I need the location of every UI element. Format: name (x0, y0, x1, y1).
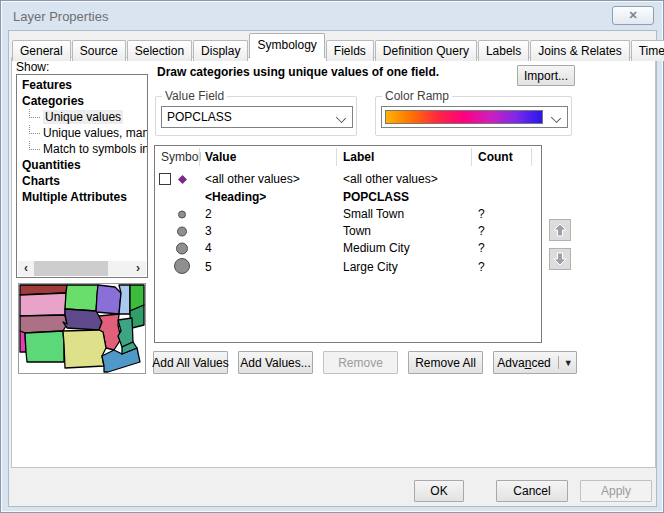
unique-values-table: Symbol Value Label Count <all other valu… (154, 145, 542, 343)
column-header-value[interactable]: Value (205, 150, 236, 164)
column-header-count[interactable]: Count (478, 150, 513, 164)
move-value-up-button[interactable] (549, 219, 571, 241)
tab-display[interactable]: Display (193, 40, 248, 61)
value-cell: 5 (205, 260, 212, 274)
scroll-left-icon[interactable]: ‹ (18, 261, 34, 276)
tree-connector-icon (29, 109, 40, 118)
column-divider (336, 148, 337, 166)
color-ramp-swatch (385, 110, 543, 124)
import-button[interactable]: Import... (517, 65, 575, 86)
label-cell: Large City (343, 260, 398, 274)
table-row-medium-city[interactable]: 4 Medium City ? (155, 240, 541, 257)
value-cell: <all other values> (205, 172, 300, 186)
tab-general[interactable]: General (12, 40, 71, 61)
remove-all-button[interactable]: Remove All (408, 351, 483, 374)
advanced-button[interactable]: Advanced ▼ (493, 351, 577, 374)
add-all-values-button[interactable]: Add All Values (153, 351, 228, 374)
tree-item-features[interactable]: Features (17, 77, 147, 93)
point-symbol-swatch[interactable] (177, 174, 188, 185)
value-field-group: Value Field POPCLASS (155, 96, 357, 136)
renderer-tree: Features Categories Unique values Unique… (16, 74, 148, 278)
tab-labels[interactable]: Labels (478, 40, 529, 61)
table-row-small-town[interactable]: 2 Small Town ? (155, 206, 541, 223)
label-cell: Town (343, 224, 371, 238)
table-row-heading[interactable]: <Heading> POPCLASS (155, 189, 541, 206)
tree-item-match-symbols[interactable]: Match to symbols in a (17, 141, 147, 157)
value-field-selected: POPCLASS (167, 110, 232, 124)
label-cell: POPCLASS (343, 190, 409, 204)
layer-preview-map (18, 283, 146, 374)
arrow-down-icon (552, 251, 568, 267)
chevron-down-icon[interactable] (337, 114, 345, 122)
table-row-all-other-values[interactable]: <all other values> <all other values> (155, 171, 541, 189)
count-cell: ? (478, 260, 485, 274)
remove-button[interactable]: Remove (323, 351, 398, 374)
table-row-large-city[interactable]: 5 Large City ? (155, 257, 541, 276)
count-cell: ? (478, 207, 485, 221)
layer-properties-dialog: Layer Properties ✕ GeneralSourceSelectio… (0, 0, 664, 513)
apply-button[interactable]: Apply (580, 480, 652, 502)
close-button[interactable]: ✕ (612, 6, 654, 25)
close-icon: ✕ (628, 9, 637, 21)
point-symbol-swatch[interactable] (173, 257, 191, 275)
ok-button[interactable]: OK (414, 480, 464, 502)
move-value-down-button[interactable] (549, 248, 571, 270)
table-header-row: Symbol Value Label Count (155, 146, 541, 169)
point-symbol-swatch[interactable] (173, 206, 191, 223)
tab-joins-relates[interactable]: Joins & Relates (530, 40, 629, 61)
preview-map-image (19, 284, 145, 373)
tree-item-unique-values[interactable]: Unique values (17, 109, 147, 125)
point-symbol-swatch[interactable] (173, 223, 191, 240)
value-field-dropdown[interactable]: POPCLASS (161, 106, 353, 128)
point-symbol-swatch[interactable] (173, 240, 191, 257)
tree-item-categories[interactable]: Categories (17, 93, 147, 109)
tab-symbology[interactable]: Symbology (249, 33, 324, 58)
tree-item-quantities[interactable]: Quantities (17, 157, 147, 173)
scroll-right-icon[interactable]: › (130, 261, 146, 276)
scrollbar-thumb[interactable] (34, 261, 108, 276)
column-header-symbol[interactable]: Symbol (161, 150, 201, 164)
label-cell: Medium City (343, 241, 410, 255)
column-divider (471, 148, 472, 166)
symbology-tab-page: Show: Features Categories Unique values … (11, 57, 656, 468)
tab-fields[interactable]: Fields (326, 40, 374, 61)
tree-connector-icon (29, 141, 40, 150)
column-header-label[interactable]: Label (343, 150, 374, 164)
dropdown-arrow-icon[interactable]: ▼ (564, 358, 573, 368)
table-row-town[interactable]: 3 Town ? (155, 223, 541, 240)
value-cell: 4 (205, 241, 212, 255)
title-bar[interactable]: Layer Properties ✕ (1, 1, 663, 31)
color-ramp-group: Color Ramp (375, 96, 572, 136)
tab-source[interactable]: Source (72, 40, 126, 61)
color-ramp-dropdown[interactable] (381, 106, 568, 128)
column-divider (199, 148, 200, 166)
cancel-button[interactable]: Cancel (496, 480, 568, 502)
tree-item-unique-values-many[interactable]: Unique values, many (17, 125, 147, 141)
label-cell: <all other values> (343, 172, 438, 186)
arrow-up-icon (552, 222, 568, 238)
tab-definition-query[interactable]: Definition Query (375, 40, 477, 61)
chevron-down-icon[interactable] (552, 114, 560, 122)
count-cell: ? (478, 241, 485, 255)
tree-connector-icon (29, 125, 40, 134)
all-other-values-checkbox[interactable] (159, 173, 171, 185)
tree-item-multiple-attributes[interactable]: Multiple Attributes (17, 189, 147, 205)
tree-item-charts[interactable]: Charts (17, 173, 147, 189)
value-field-label: Value Field (162, 89, 227, 103)
value-cell: <Heading> (205, 190, 266, 204)
add-values-button[interactable]: Add Values... (238, 351, 313, 374)
tree-horizontal-scrollbar[interactable]: ‹ › (18, 261, 146, 276)
renderer-description: Draw categories using unique values of o… (157, 65, 439, 79)
color-ramp-label: Color Ramp (382, 89, 452, 103)
tab-time[interactable]: Time (631, 40, 664, 61)
label-cell: Small Town (343, 207, 404, 221)
value-cell: 2 (205, 207, 212, 221)
button-divider (558, 356, 559, 369)
show-label: Show: (16, 60, 49, 74)
dialog-title: Layer Properties (13, 9, 108, 24)
column-divider (531, 148, 532, 166)
tab-selection[interactable]: Selection (127, 40, 192, 61)
count-cell: ? (478, 224, 485, 238)
value-cell: 3 (205, 224, 212, 238)
tab-strip: GeneralSourceSelectionDisplaySymbologyFi… (12, 36, 664, 58)
